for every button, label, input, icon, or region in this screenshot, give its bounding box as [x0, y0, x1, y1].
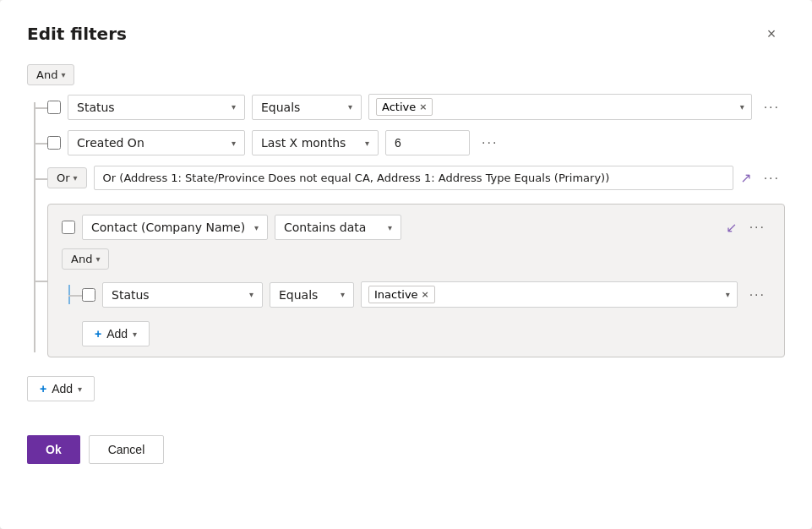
inner-group-operator-label: Contains data	[284, 221, 366, 234]
row2-field-label: Created On	[77, 136, 144, 150]
root-add-button[interactable]: + Add ▾	[27, 376, 95, 401]
row1-operator-chevron: ▾	[348, 102, 352, 112]
filter-row-status: Status ▾ Equals ▾ Active × ▾ ···	[47, 89, 785, 125]
root-logic-label: And	[36, 68, 57, 81]
inner-row-operator-chevron: ▾	[341, 290, 345, 299]
row1-field-dropdown[interactable]: Status ▾	[68, 95, 245, 120]
inner-logic-badge[interactable]: And ▾	[62, 248, 109, 270]
inner-row-more-button[interactable]: ···	[744, 284, 771, 306]
row1-tag-label: Active	[382, 101, 416, 113]
row1-field-label: Status	[77, 101, 115, 114]
cancel-button[interactable]: Cancel	[89, 435, 165, 464]
inner-row-value-chevron[interactable]: ▾	[726, 290, 730, 299]
root-logic-chevron: ▾	[61, 70, 65, 79]
inner-row-field-dropdown[interactable]: Status ▾	[102, 282, 263, 308]
inner-row-operator-dropdown[interactable]: Equals ▾	[270, 282, 354, 308]
dialog-footer: Ok Cancel	[27, 422, 785, 464]
row1-checkbox[interactable]	[47, 101, 61, 114]
or-logic-chevron: ▾	[74, 173, 78, 183]
inner-row-value-input[interactable]: Inactive × ▾	[361, 281, 738, 308]
row1-operator-dropdown[interactable]: Equals ▾	[252, 95, 362, 120]
root-logic-badge[interactable]: And ▾	[27, 64, 74, 85]
root-add-chevron: ▾	[78, 384, 82, 394]
or-logic-badge[interactable]: Or ▾	[47, 167, 87, 188]
inner-row-tag-remove[interactable]: ×	[422, 289, 429, 300]
root-add-plus-icon: +	[40, 382, 46, 395]
inner-logic-chevron: ▾	[95, 254, 100, 264]
inner-group-field-dropdown[interactable]: Contact (Company Name) ▾	[82, 215, 268, 240]
inner-group-field-label: Contact (Company Name)	[91, 221, 245, 234]
root-add-container: + Add ▾	[27, 376, 785, 401]
or-group-text: Or (Address 1: State/Province Does not e…	[94, 166, 734, 190]
row2-checkbox[interactable]	[47, 136, 61, 150]
filter-rows-container: Status ▾ Equals ▾ Active × ▾ ··· Created…	[27, 89, 785, 366]
inner-group: Contact (Company Name) ▾ Contains data ▾…	[47, 204, 785, 357]
inner-group-container: Contact (Company Name) ▾ Contains data ▾…	[47, 195, 785, 366]
row1-field-chevron: ▾	[232, 102, 236, 112]
inner-row-operator-label: Equals	[279, 288, 318, 302]
row1-value-chevron[interactable]: ▾	[740, 102, 744, 112]
inner-filter-row-status: Status ▾ Equals ▾ Inactive × ▾	[82, 276, 771, 313]
inner-add-plus-icon: +	[95, 327, 101, 341]
row2-operator-dropdown[interactable]: Last X months ▾	[252, 130, 379, 155]
row1-tag-remove[interactable]: ×	[419, 101, 427, 112]
or-logic-label: Or	[57, 172, 70, 184]
row2-more-button[interactable]: ···	[477, 132, 503, 154]
ok-button[interactable]: Ok	[27, 435, 80, 464]
root-add-label: Add	[52, 382, 73, 395]
row1-value-tag: Active ×	[376, 98, 433, 116]
row1-operator-label: Equals	[261, 101, 300, 114]
inner-group-more-button[interactable]: ···	[744, 216, 771, 238]
inner-rows-container: Status ▾ Equals ▾ Inactive × ▾	[62, 276, 771, 313]
row2-field-chevron: ▾	[232, 139, 236, 148]
row2-operator-chevron: ▾	[365, 139, 369, 148]
dialog-title: Edit filters	[27, 24, 127, 44]
row2-operator-label: Last X months	[261, 136, 346, 150]
row1-more-button[interactable]: ···	[759, 96, 785, 118]
inner-row-field-label: Status	[112, 288, 150, 302]
inner-logic-label: And	[71, 253, 92, 265]
inner-group-collapse-icon[interactable]: ↙	[726, 220, 737, 236]
or-group-expand-icon[interactable]: ↗	[740, 170, 751, 186]
inner-row-field-chevron: ▾	[249, 290, 253, 299]
row2-value-input[interactable]: 6	[385, 130, 470, 155]
filter-row-createdon: Created On ▾ Last X months ▾ 6 ···	[47, 125, 785, 161]
inner-group-header: Contact (Company Name) ▾ Contains data ▾…	[62, 215, 771, 240]
inner-group-operator-chevron: ▾	[388, 223, 392, 232]
inner-group-field-chevron: ▾	[254, 223, 259, 232]
inner-row-value-tag: Inactive ×	[368, 286, 435, 303]
or-group-more-button[interactable]: ···	[759, 167, 785, 189]
inner-row-checkbox[interactable]	[82, 288, 95, 302]
row2-field-dropdown[interactable]: Created On ▾	[68, 130, 245, 155]
inner-add-chevron: ▾	[133, 330, 137, 339]
inner-group-checkbox[interactable]	[62, 221, 75, 234]
inner-add-label: Add	[106, 327, 128, 341]
dialog-header: Edit filters ×	[27, 20, 785, 47]
close-button[interactable]: ×	[758, 20, 785, 47]
edit-filters-dialog: Edit filters × And ▾ Status ▾ Equals ▾ A…	[0, 0, 812, 529]
inner-group-operator-dropdown[interactable]: Contains data ▾	[275, 215, 401, 240]
inner-row-tag-label: Inactive	[374, 288, 418, 301]
row1-value-input[interactable]: Active × ▾	[368, 94, 752, 120]
or-group-row: Or ▾ Or (Address 1: State/Province Does …	[47, 161, 785, 195]
inner-add-button[interactable]: + Add ▾	[82, 321, 150, 346]
